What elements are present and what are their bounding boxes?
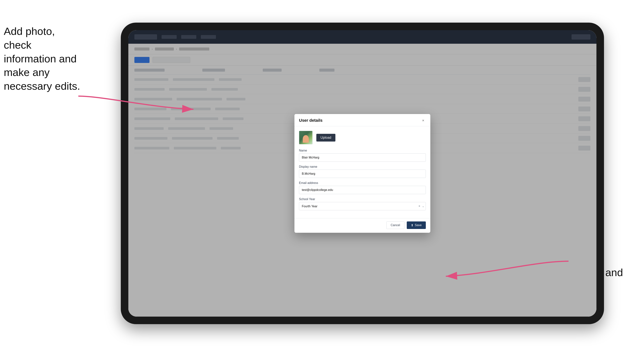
modal-overlay: User details × Upload Name [128, 30, 596, 317]
email-field-group: Email address [299, 181, 426, 194]
name-field-group: Name [299, 149, 426, 162]
modal-body: Upload Name Display name Email addre [294, 126, 430, 218]
user-photo-thumbnail [299, 131, 312, 144]
cancel-button[interactable]: Cancel [386, 221, 404, 229]
email-label: Email address [299, 181, 426, 185]
save-label: Save [415, 223, 422, 227]
photo-section: Upload [299, 131, 426, 144]
user-details-modal: User details × Upload Name [294, 114, 430, 233]
modal-title: User details [299, 118, 322, 123]
save-icon: ⬆ [411, 223, 413, 227]
school-year-label: School Year [299, 197, 426, 201]
modal-footer: Cancel ⬆ Save [294, 218, 430, 233]
modal-header: User details × [294, 114, 430, 126]
select-clear-button[interactable]: × [418, 204, 421, 208]
school-year-select[interactable]: First Year Second Year Third Year Fourth… [299, 202, 426, 210]
upload-photo-button[interactable]: Upload [316, 134, 336, 142]
name-input[interactable] [299, 153, 426, 162]
display-name-label: Display name [299, 165, 426, 169]
select-icons: × ⌄ [418, 204, 424, 208]
annotation-left: Add photo, check information and make an… [4, 24, 83, 93]
name-label: Name [299, 149, 426, 152]
school-year-select-wrapper: First Year Second Year Third Year Fourth… [299, 202, 426, 210]
save-button[interactable]: ⬆ Save [407, 221, 426, 229]
tablet-device: › › [121, 23, 604, 324]
email-input[interactable] [299, 186, 426, 194]
user-photo [299, 131, 312, 144]
display-name-field-group: Display name [299, 165, 426, 178]
select-arrow-icon: ⌄ [422, 205, 424, 208]
modal-close-button[interactable]: × [420, 118, 426, 123]
tablet-screen: › › [128, 30, 596, 317]
school-year-field-group: School Year First Year Second Year Third… [299, 197, 426, 210]
display-name-input[interactable] [299, 170, 426, 178]
